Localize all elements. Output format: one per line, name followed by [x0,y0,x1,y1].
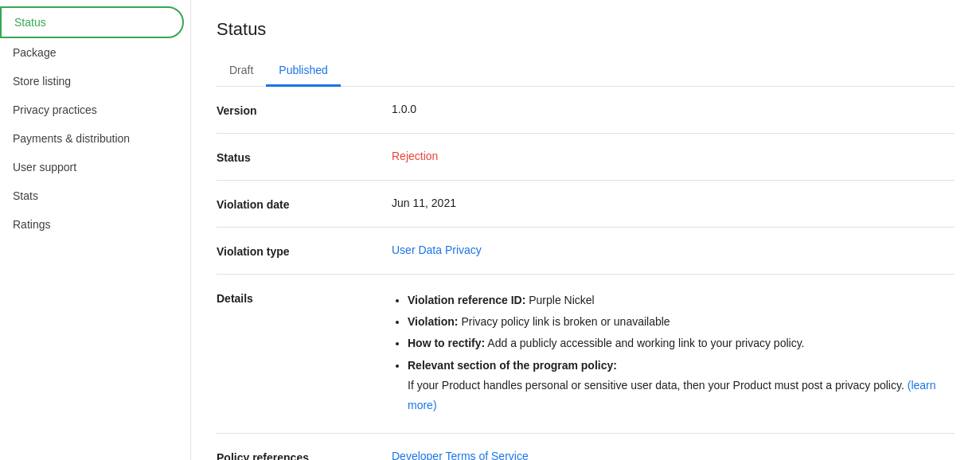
details-item-3-text: Add a publicly accessible and working li… [485,337,804,349]
sidebar-item-label: Status [14,16,46,29]
details-row: Details Violation reference ID: Purple N… [217,275,955,434]
policy-link-0[interactable]: Developer Terms of Service [392,450,955,460]
sidebar-item-stats[interactable]: Stats [0,181,184,210]
violation-type-link[interactable]: User Data Privacy [392,244,482,256]
details-item-3-bold: How to rectify: [408,337,485,349]
sidebar-item-status[interactable]: Status [0,6,184,38]
sidebar-item-payments-distribution[interactable]: Payments & distribution [0,124,184,153]
violation-date-value: Jun 11, 2021 [392,197,955,209]
tab-draft[interactable]: Draft [217,56,266,87]
sidebar-item-label: User support [13,161,76,173]
main-content: Status Draft Published Version 1.0.0 Sta… [191,0,980,460]
details-item-4-text: If your Product handles personal or sens… [408,379,904,392]
sidebar-item-privacy-practices[interactable]: Privacy practices [0,96,184,124]
status-row: Status Rejection [217,134,955,181]
details-label: Details [217,290,392,305]
violation-type-value: User Data Privacy [392,244,955,256]
sidebar-item-label: Ratings [13,218,50,231]
status-label: Status [217,150,392,164]
tab-bar: Draft Published [217,56,955,87]
version-value: 1.0.0 [392,103,955,115]
sidebar-item-ratings[interactable]: Ratings [0,210,184,239]
status-value: Rejection [392,150,955,162]
violation-date-label: Violation date [217,197,392,211]
sidebar-item-store-listing[interactable]: Store listing [0,67,184,96]
page-title: Status [217,19,955,40]
tab-published[interactable]: Published [266,56,341,87]
policy-references-row: Policy references Developer Terms of Ser… [217,434,955,460]
sidebar-item-label: Stats [13,189,38,202]
sidebar-item-label: Payments & distribution [13,132,130,145]
details-item-1-text: Purple Nickel [525,294,594,306]
violation-type-row: Violation type User Data Privacy [217,228,955,275]
details-item-2: Violation: Privacy policy link is broken… [408,312,955,332]
details-item-4: Relevant section of the program policy: … [408,356,955,416]
details-item-3: How to rectify: Add a publicly accessibl… [408,333,955,353]
version-row: Version 1.0.0 [217,87,955,134]
policy-references-value: Developer Terms of Service Program Polic… [392,450,955,460]
sidebar-item-label: Package [13,46,56,59]
violation-date-row: Violation date Jun 11, 2021 [217,181,955,228]
sidebar-item-user-support[interactable]: User support [0,153,184,181]
policy-references-label: Policy references [217,450,392,460]
details-value: Violation reference ID: Purple Nickel Vi… [392,290,955,417]
sidebar-item-label: Store listing [13,75,71,88]
details-item-1-bold: Violation reference ID: [408,294,525,306]
violation-type-label: Violation type [217,244,392,258]
sidebar-item-package[interactable]: Package [0,38,184,67]
details-item-1: Violation reference ID: Purple Nickel [408,290,955,310]
details-item-2-text: Privacy policy link is broken or unavail… [459,315,670,328]
version-label: Version [217,103,392,117]
details-item-4-bold: Relevant section of the program policy: [408,359,617,372]
details-list: Violation reference ID: Purple Nickel Vi… [392,290,955,415]
sidebar: Status Package Store listing Privacy pra… [0,0,191,460]
details-item-2-bold: Violation: [408,315,459,328]
sidebar-item-label: Privacy practices [13,103,97,116]
content-section: Version 1.0.0 Status Rejection Violation… [217,87,955,460]
